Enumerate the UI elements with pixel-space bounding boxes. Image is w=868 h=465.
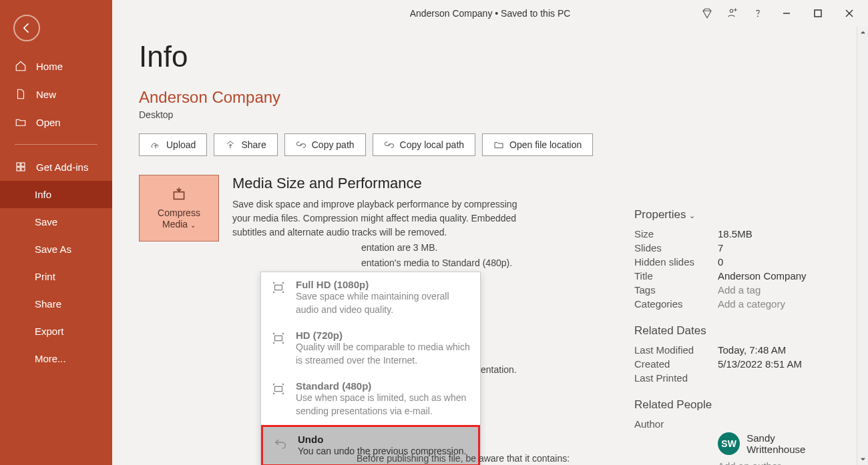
prop-val-categories[interactable]: Add a category <box>718 298 785 310</box>
premium-button[interactable] <box>695 1 719 25</box>
copy-path-button[interactable]: Copy path <box>284 133 366 156</box>
dropdown-title: Standard (480p) <box>296 380 471 392</box>
compress-label-1: Compress <box>158 207 200 218</box>
sidebar-label: Home <box>36 61 63 72</box>
document-path: Desktop <box>139 109 841 120</box>
resolution-icon <box>271 280 286 295</box>
prop-label-created: Created <box>634 358 718 370</box>
help-button[interactable] <box>746 1 770 25</box>
dropdown-item-hd[interactable]: HD (720p) Quality will be comparable to … <box>261 323 480 374</box>
sidebar-item-open[interactable]: Open <box>0 108 112 136</box>
svg-rect-11 <box>275 285 282 290</box>
resolution-icon <box>271 382 286 396</box>
dropdown-title: HD (720p) <box>296 330 471 341</box>
properties-heading[interactable]: Properties ⌄ <box>634 208 835 221</box>
media-bullet-partial: entation are 3 MB. <box>232 241 526 255</box>
sidebar-label: Save <box>35 216 57 227</box>
svg-rect-13 <box>275 387 282 392</box>
dropdown-title: Full HD (1080p) <box>296 279 471 290</box>
chevron-down-icon: ⌄ <box>689 211 695 219</box>
prop-label-hidden: Hidden slides <box>634 256 718 268</box>
dropdown-item-standard[interactable]: Standard (480p) Use when space is limite… <box>261 374 480 424</box>
question-icon <box>752 7 764 19</box>
share-icon <box>225 139 236 150</box>
dropdown-desc: Quality will be comparable to media whic… <box>296 341 471 367</box>
sidebar-item-new[interactable]: New <box>0 80 112 108</box>
window-title: Anderson Company • Saved to this PC <box>410 8 571 19</box>
resolution-icon <box>271 331 286 346</box>
sidebar-item-print[interactable]: Print <box>0 263 112 290</box>
sidebar-label: Print <box>35 271 55 282</box>
sidebar-item-saveas[interactable]: Save As <box>0 236 112 263</box>
close-button[interactable] <box>834 1 864 26</box>
upload-icon <box>150 139 161 150</box>
sidebar-label: Export <box>35 326 63 337</box>
compress-media-icon <box>170 186 188 203</box>
close-icon <box>845 9 854 18</box>
title-bar: Anderson Company • Saved to this PC <box>112 0 868 27</box>
maximize-button[interactable] <box>803 1 833 26</box>
author-name[interactable]: Sandy Writtenhouse <box>746 432 835 455</box>
maximize-icon <box>813 9 823 18</box>
scroll-down-arrow[interactable] <box>857 454 868 465</box>
sidebar-item-export[interactable]: Export <box>0 318 112 345</box>
prop-val-hidden: 0 <box>718 256 723 268</box>
sidebar-item-addins[interactable]: Get Add-ins <box>0 153 112 181</box>
sidebar-item-more[interactable]: More... <box>0 345 112 372</box>
person-icon <box>726 7 738 19</box>
minimize-icon <box>782 9 791 18</box>
dropdown-desc: Use when space is limited, such as when … <box>296 392 471 418</box>
sidebar-label: Share <box>35 298 61 310</box>
sidebar-item-save[interactable]: Save <box>0 208 112 236</box>
author-avatar[interactable]: SW <box>718 432 740 455</box>
prop-val-size: 18.5MB <box>718 228 752 240</box>
prop-val-created: 5/13/2022 8:51 AM <box>718 358 802 370</box>
minimize-button[interactable] <box>771 1 801 26</box>
add-author[interactable]: Add an author <box>718 460 781 465</box>
compress-media-button[interactable]: Compress Media ⌄ <box>139 175 219 242</box>
upload-button[interactable]: Upload <box>139 133 207 156</box>
scroll-up-arrow[interactable] <box>857 27 868 38</box>
sidebar-item-home[interactable]: Home <box>0 52 112 80</box>
prop-label-size: Size <box>634 228 718 240</box>
arrow-left-icon <box>20 21 33 35</box>
publish-partial-text: Before publishing this file, be aware th… <box>357 453 570 464</box>
prop-val-slides: 7 <box>718 242 723 254</box>
page-heading: Info <box>139 40 841 73</box>
related-dates-heading: Related Dates <box>634 324 835 338</box>
chevron-down-icon: ⌄ <box>190 221 196 229</box>
prop-label-categories: Categories <box>634 298 718 310</box>
related-people-heading: Related People <box>634 398 835 412</box>
prop-val-modified: Today, 7:48 AM <box>718 344 786 356</box>
open-file-location-button[interactable]: Open file location <box>482 133 593 156</box>
svg-rect-10 <box>174 192 184 199</box>
back-button[interactable] <box>13 15 40 41</box>
main-area: Anderson Company • Saved to this PC <box>112 0 868 465</box>
sidebar-item-share[interactable]: Share <box>0 290 112 318</box>
copy-local-path-button[interactable]: Copy local path <box>373 133 476 156</box>
addins-icon <box>15 161 27 173</box>
svg-point-4 <box>730 9 733 13</box>
share-button[interactable]: Share <box>214 133 277 156</box>
account-button[interactable] <box>720 1 744 25</box>
prop-label-tags: Tags <box>634 284 718 296</box>
dropdown-item-fullhd[interactable]: Full HD (1080p) Save space while maintai… <box>261 272 480 323</box>
prop-label-slides: Slides <box>634 242 718 254</box>
prop-val-title[interactable]: Anderson Company <box>718 270 807 282</box>
button-label: Copy local path <box>400 139 465 150</box>
button-label: Copy path <box>312 139 355 150</box>
home-icon <box>15 60 27 72</box>
vertical-scrollbar[interactable] <box>857 27 868 465</box>
prop-val-tags[interactable]: Add a tag <box>718 284 761 296</box>
sidebar-label: Save As <box>35 244 71 255</box>
svg-rect-12 <box>275 336 282 341</box>
button-label: Share <box>241 139 266 150</box>
button-label: Upload <box>166 139 196 150</box>
sidebar-label: Info <box>35 189 51 200</box>
svg-rect-3 <box>21 167 25 171</box>
svg-point-5 <box>758 16 758 17</box>
prop-label-title: Title <box>634 270 718 282</box>
sidebar-label: More... <box>35 353 66 364</box>
sidebar-item-info[interactable]: Info <box>0 181 112 208</box>
compress-label-2: Media <box>162 219 188 229</box>
